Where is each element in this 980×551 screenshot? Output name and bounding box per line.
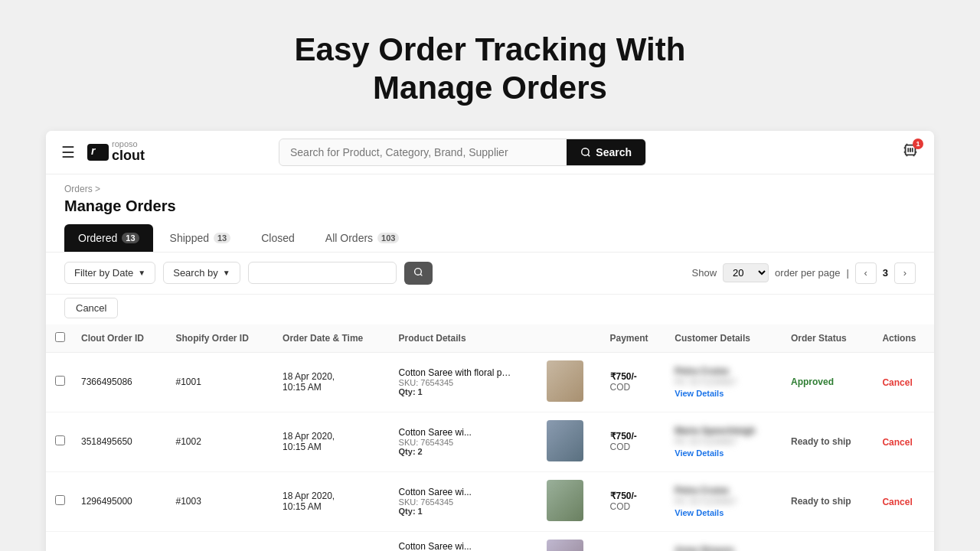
- col-shopify-order-id: Shopify Order ID: [168, 324, 275, 353]
- product-image: [539, 412, 602, 471]
- col-payment: Payment: [603, 324, 668, 353]
- customer-details: Maria Speechleigh Ph: 9171234567 View De…: [667, 412, 783, 471]
- nav-logo: roposo clout: [87, 140, 145, 164]
- row-actions: Cancel: [874, 471, 934, 531]
- chevron-down-icon: ▼: [223, 269, 230, 277]
- order-date-time: 18 Apr 2020,10:15 AM: [275, 471, 390, 531]
- product-details: Cotton Saree wi... SKU: 7654345 Qty: 2: [391, 412, 540, 471]
- tab-all-orders[interactable]: All Orders 103: [312, 224, 413, 252]
- payment-info: ₹750/- COD: [603, 352, 668, 412]
- breadcrumb: Orders >: [64, 184, 916, 194]
- svg-line-7: [420, 274, 422, 276]
- search-bar: Search: [279, 139, 646, 166]
- order-date-time: 18 Apr 2020,10:15 AM: [275, 352, 390, 412]
- order-date-time: 18 Apr 2020,10:15 AM: [275, 531, 390, 551]
- order-date-time: 18 Apr 2020,10:15 AM: [275, 412, 390, 471]
- logo-clout: clout: [112, 148, 145, 164]
- cancel-selection-button[interactable]: Cancel: [64, 298, 118, 318]
- clout-order-id: 1296495000: [74, 471, 168, 531]
- customer-details: Petra Cruise Ph: 9171234567 View Details: [667, 352, 783, 412]
- product-image: [539, 352, 602, 412]
- order-status: Ready to ship: [783, 412, 874, 471]
- logo-icon: [87, 144, 109, 161]
- col-product-details: Product Details: [391, 324, 603, 353]
- table-row: 7366495086 #1001 18 Apr 2020,10:15 AM Co…: [46, 352, 934, 412]
- product-thumbnail: [547, 420, 583, 461]
- order-status: Approved: [783, 352, 874, 412]
- row-checkbox-2[interactable]: [55, 495, 65, 505]
- shopify-order-id: #1004: [168, 531, 275, 551]
- search-icon: [413, 267, 423, 277]
- order-status: Ready to ship: [783, 471, 874, 531]
- view-details-link[interactable]: View Details: [675, 389, 776, 398]
- pagination-info: Show 20 50 100 order per page | ‹ 3 ›: [692, 262, 916, 284]
- page-header: Orders > Manage Orders: [46, 174, 934, 215]
- tab-closed[interactable]: Closed: [247, 224, 309, 252]
- notification-icon[interactable]: 1: [902, 142, 919, 162]
- product-details: Cotton Saree wi... SKU: 7654345 Qty: 1 +…: [391, 531, 540, 551]
- product-details: Cotton Saree wi... SKU: 7654345 Qty: 1: [391, 471, 540, 531]
- clout-order-id: 3518495650: [74, 412, 168, 471]
- page-title: Manage Orders: [64, 197, 916, 215]
- clout-order-id: 7366495086: [74, 352, 168, 412]
- customer-details: Anna Strauss Ph: 9171234567 View Details: [667, 531, 783, 551]
- svg-line-1: [588, 154, 590, 156]
- orders-table-container: Clout Order ID Shopify Order ID Order Da…: [46, 324, 934, 551]
- filter-by-date-button[interactable]: Filter by Date ▼: [64, 262, 155, 284]
- view-details-link[interactable]: View Details: [675, 448, 776, 458]
- product-image: [539, 531, 602, 551]
- payment-info: ₹750/- COD: [603, 531, 668, 551]
- search-icon: [580, 147, 591, 158]
- row-actions: Cancel: [874, 412, 934, 471]
- search-button[interactable]: Search: [567, 139, 645, 165]
- payment-info: ₹750/- COD: [603, 471, 668, 531]
- hero-section: Easy Order Tracking With Manage Orders: [0, 0, 980, 131]
- filter-search-button[interactable]: [404, 262, 433, 285]
- chevron-down-icon: ▼: [138, 269, 145, 277]
- view-details-link[interactable]: View Details: [675, 508, 776, 517]
- shopify-order-id: #1002: [168, 412, 275, 471]
- table-row: 5987495011 #1004 18 Apr 2020,10:15 AM Co…: [46, 531, 934, 551]
- product-thumbnail: [547, 480, 583, 521]
- nav-bar: ☰ roposo clout Search 1: [46, 131, 934, 174]
- cancel-order-button[interactable]: Cancel: [882, 497, 912, 507]
- table-row: 3518495650 #1002 18 Apr 2020,10:15 AM Co…: [46, 412, 934, 471]
- next-page-button[interactable]: ›: [894, 262, 916, 284]
- product-image: [539, 471, 602, 531]
- cancel-button-wrap: Cancel: [46, 295, 934, 324]
- tab-shipped[interactable]: Shipped 13: [156, 224, 245, 252]
- per-page-select[interactable]: 20 50 100: [723, 263, 769, 282]
- row-actions: Cancel: [874, 352, 934, 412]
- clout-order-id: 5987495011: [74, 531, 168, 551]
- filters-row: Filter by Date ▼ Search by ▼ Show 20 50 …: [46, 253, 934, 295]
- select-all-checkbox[interactable]: [55, 332, 65, 342]
- search-by-button[interactable]: Search by ▼: [163, 262, 240, 284]
- tab-ordered[interactable]: Ordered 13: [64, 224, 153, 252]
- notification-badge: 1: [913, 139, 923, 149]
- customer-details: Petra Cruise Ph: 9171234567 View Details: [667, 471, 783, 531]
- svg-point-0: [582, 148, 589, 155]
- filter-search-input[interactable]: [248, 262, 397, 284]
- app-container: ☰ roposo clout Search 1: [46, 131, 934, 551]
- product-thumbnail: [547, 540, 583, 551]
- hero-title: Easy Order Tracking With Manage Orders: [15, 31, 965, 108]
- prev-page-button[interactable]: ‹: [855, 262, 877, 284]
- col-order-date-time: Order Date & Time: [275, 324, 390, 353]
- hamburger-menu-icon[interactable]: ☰: [61, 143, 75, 161]
- row-checkbox-0[interactable]: [55, 376, 65, 386]
- tabs-row: Ordered 13 Shipped 13 Closed All Orders …: [46, 224, 934, 253]
- row-checkbox-1[interactable]: [55, 435, 65, 445]
- cancel-order-button[interactable]: Cancel: [882, 377, 912, 388]
- shopify-order-id: #1001: [168, 352, 275, 412]
- col-clout-order-id: Clout Order ID: [74, 324, 168, 353]
- order-status: Ready to ship: [783, 531, 874, 551]
- cancel-order-button[interactable]: Cancel: [882, 437, 912, 448]
- col-order-status: Order Status: [783, 324, 874, 353]
- payment-info: ₹750/- COD: [603, 412, 668, 471]
- orders-table: Clout Order ID Shopify Order ID Order Da…: [46, 324, 934, 551]
- col-actions: Actions: [874, 324, 934, 353]
- search-input[interactable]: [279, 140, 567, 165]
- row-actions: Cancel: [874, 531, 934, 551]
- svg-point-6: [414, 268, 421, 275]
- product-details: Cotton Saree with floral pattern. SKU: 7…: [391, 352, 540, 412]
